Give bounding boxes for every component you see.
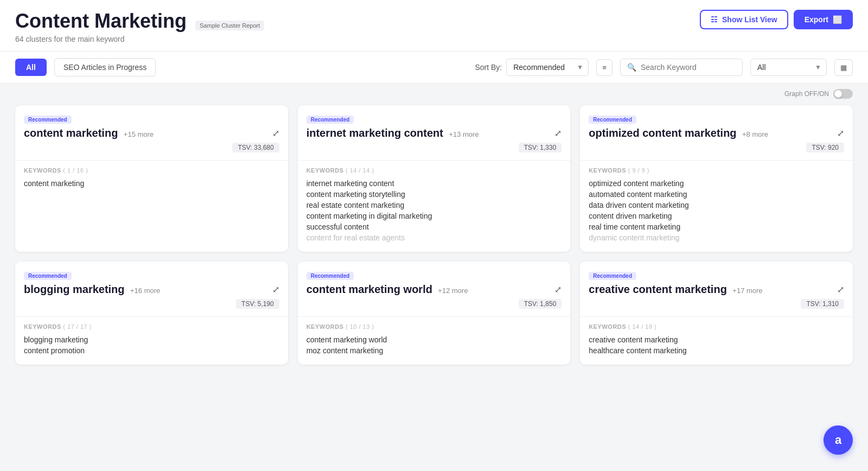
- card-title-row: blogging marketing +16 more ⤢: [24, 283, 279, 296]
- cards-grid: Recommended content marketing +15 more ⤢…: [0, 101, 868, 380]
- card-title-area: creative content marketing +17 more: [589, 283, 762, 296]
- tsv-badge: TSV: 1,310: [801, 299, 844, 309]
- keywords-count: ( 10 / 13 ): [346, 323, 374, 330]
- header-actions: ☷ Show List View Export ⬜: [700, 10, 853, 29]
- tsv-badge: TSV: 920: [806, 143, 844, 152]
- keyword-item: content marketing storytelling: [307, 189, 562, 200]
- card-4: Recommended content marketing world +12 …: [298, 262, 571, 365]
- card-title-row: content marketing +15 more ⤢: [24, 127, 279, 139]
- keywords-label: KEYWORDS ( 1 / 16 ): [24, 167, 279, 174]
- expand-button[interactable]: ⤢: [272, 128, 279, 138]
- recommended-badge: Recommended: [24, 272, 72, 280]
- tsv-row: TSV: 1,310: [589, 296, 844, 312]
- card-title-row: creative content marketing +17 more ⤢: [589, 283, 844, 296]
- card-title: content marketing: [24, 127, 118, 139]
- tsv-row: TSV: 5,190: [24, 296, 279, 312]
- tsv-badge: TSV: 1,850: [519, 299, 562, 309]
- toggle-knob: [834, 90, 842, 98]
- list-icon: ☷: [711, 15, 718, 24]
- card-body: KEYWORDS ( 1 / 16 ) content marketing: [15, 161, 288, 198]
- recommended-badge: Recommended: [24, 116, 72, 124]
- card-body: KEYWORDS ( 14 / 14 ) internet marketing …: [298, 161, 571, 252]
- recommended-badge: Recommended: [307, 116, 354, 124]
- keyword-item: optimized content marketing: [589, 178, 844, 189]
- keyword-item: data driven content marketing: [589, 200, 844, 211]
- keyword-item: automated content marketing: [589, 189, 844, 200]
- card-title: blogging marketing: [24, 283, 125, 295]
- keyword-item: creative content marketing: [589, 334, 844, 345]
- keyword-item: content marketing: [24, 178, 279, 189]
- filter-select-wrapper[interactable]: All Recommended In Progress ▼: [750, 59, 827, 76]
- page-header: Content Marketing Sample Cluster Report …: [0, 0, 868, 52]
- card-title-row: content marketing world +12 more ⤢: [307, 283, 562, 296]
- card-body: KEYWORDS ( 10 / 13 ) content marketing w…: [298, 317, 571, 365]
- tab-seo-articles[interactable]: SEO Articles in Progress: [54, 58, 156, 77]
- expand-button[interactable]: ⤢: [554, 284, 561, 295]
- card-header: Recommended optimized content marketing …: [580, 105, 853, 161]
- search-box[interactable]: 🔍: [620, 59, 743, 76]
- card-header: Recommended internet marketing content +…: [298, 105, 571, 161]
- graph-toggle-switch[interactable]: [833, 89, 853, 99]
- keyword-item: real time content marketing: [589, 221, 844, 232]
- keyword-item: moz content marketing: [307, 345, 562, 356]
- tsv-badge: TSV: 1,330: [519, 143, 562, 152]
- card-header: Recommended creative content marketing +…: [580, 262, 853, 317]
- filter-button[interactable]: ▦: [834, 59, 853, 76]
- graph-toggle-row: Graph OFF/ON: [0, 84, 868, 101]
- card-title: content marketing world: [307, 283, 432, 295]
- keywords-label: KEYWORDS ( 14 / 14 ): [307, 167, 562, 174]
- card-title: optimized content marketing: [589, 127, 736, 139]
- card-header: Recommended blogging marketing +16 more …: [15, 262, 288, 317]
- card-body: KEYWORDS ( 9 / 9 ) optimized content mar…: [580, 161, 853, 252]
- expand-button[interactable]: ⤢: [554, 128, 561, 138]
- sort-options-button[interactable]: ≡: [596, 59, 612, 76]
- export-button[interactable]: Export ⬜: [794, 10, 853, 29]
- recommended-badge: Recommended: [589, 272, 636, 280]
- keywords-count: ( 1 / 16 ): [63, 167, 88, 174]
- card-more-label: +17 more: [732, 287, 762, 295]
- keyword-item: content marketing world: [307, 334, 562, 345]
- keyword-item: content driven marketing: [589, 211, 844, 221]
- card-title-area: content marketing +15 more: [24, 127, 154, 139]
- keyword-item: dynamic content marketing: [589, 232, 844, 243]
- card-title-row: internet marketing content +13 more ⤢: [307, 127, 562, 139]
- keyword-item: internet marketing content: [307, 178, 562, 189]
- card-2: Recommended optimized content marketing …: [580, 105, 853, 252]
- sort-label: Sort By:: [475, 63, 502, 72]
- page-title: Content Marketing: [15, 10, 187, 33]
- show-list-view-button[interactable]: ☷ Show List View: [700, 10, 788, 29]
- card-3: Recommended blogging marketing +16 more …: [15, 262, 288, 365]
- search-input[interactable]: [641, 63, 736, 72]
- expand-button[interactable]: ⤢: [837, 284, 844, 295]
- card-header: Recommended content marketing +15 more ⤢…: [15, 105, 288, 161]
- card-more-label: +8 more: [742, 130, 768, 138]
- sort-area: Sort By: Recommended Alphabetical TSV Hi…: [475, 59, 589, 76]
- recommended-badge: Recommended: [589, 116, 636, 124]
- keywords-label: KEYWORDS ( 9 / 9 ): [589, 167, 844, 174]
- card-more-label: +16 more: [130, 287, 160, 295]
- export-icon: ⬜: [833, 15, 842, 24]
- keywords-count: ( 14 / 14 ): [346, 167, 374, 174]
- card-title: internet marketing content: [307, 127, 443, 139]
- keyword-item: blogging marketing: [24, 334, 279, 345]
- keyword-item: successful content: [307, 221, 562, 232]
- filter-icon: ▦: [840, 63, 847, 72]
- card-body: KEYWORDS ( 17 / 17 ) blogging marketingc…: [15, 317, 288, 365]
- sort-lines-icon: ≡: [602, 63, 607, 72]
- card-title-area: content marketing world +12 more: [307, 283, 468, 296]
- expand-button[interactable]: ⤢: [272, 284, 279, 295]
- keywords-label: KEYWORDS ( 14 / 18 ): [589, 323, 844, 330]
- card-header: Recommended content marketing world +12 …: [298, 262, 571, 317]
- expand-button[interactable]: ⤢: [837, 128, 844, 138]
- recommended-badge: Recommended: [307, 272, 354, 280]
- keyword-item: content marketing in digital marketing: [307, 211, 562, 221]
- card-1: Recommended internet marketing content +…: [298, 105, 571, 252]
- filter-select[interactable]: All Recommended In Progress: [750, 59, 827, 76]
- tab-all[interactable]: All: [15, 59, 47, 76]
- keywords-count: ( 9 / 9 ): [628, 167, 649, 174]
- keywords-label: KEYWORDS ( 10 / 13 ): [307, 323, 562, 330]
- sort-select-wrapper[interactable]: Recommended Alphabetical TSV High to Low…: [506, 59, 589, 76]
- graph-toggle-label: Graph OFF/ON: [784, 90, 829, 98]
- keyword-item: healthcare content marketing: [589, 345, 844, 356]
- sort-select[interactable]: Recommended Alphabetical TSV High to Low…: [506, 59, 589, 76]
